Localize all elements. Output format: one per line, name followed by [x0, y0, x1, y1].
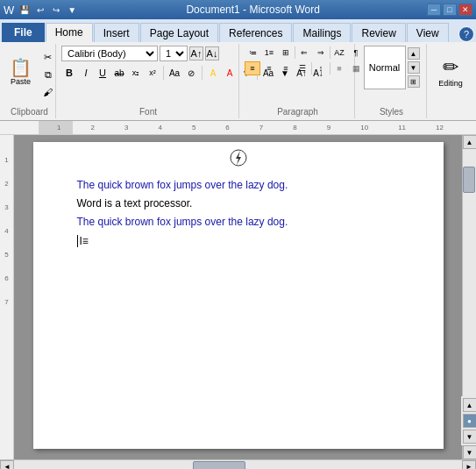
tab-insert[interactable]: Insert — [94, 23, 139, 42]
scroll-track[interactable] — [463, 149, 476, 396]
scroll-down-button[interactable]: ▼ — [463, 445, 477, 459]
paste-button[interactable]: 📋 Paste — [4, 46, 39, 98]
line-spacing-button[interactable]: ↕ — [313, 61, 329, 75]
tab-review[interactable]: Review — [352, 23, 405, 42]
h-scroll-track[interactable] — [14, 460, 462, 469]
para-div2 — [330, 46, 330, 59]
editing-button[interactable]: ✏ Editing — [429, 46, 472, 98]
tab-page-layout[interactable]: Page Layout — [140, 23, 218, 42]
editing-label: Editing — [438, 79, 463, 88]
save-icon[interactable]: 💾 — [18, 4, 32, 16]
word-logo-icon: W — [4, 4, 14, 17]
styles-up-button[interactable]: ▲ — [408, 47, 420, 60]
document-scroll[interactable]: The quick brown fox jumps over the lazy … — [14, 135, 462, 459]
font-group-content: Calibri (Body) 11 A↑ A↓ B I U ab x₂ x² A… — [61, 46, 235, 105]
align-right-button[interactable]: ≡ — [278, 61, 294, 75]
redo-icon[interactable]: ↪ — [49, 4, 63, 16]
font-name-select[interactable]: Calibri (Body) — [61, 46, 158, 61]
align-left-button[interactable]: ≡ — [245, 61, 260, 75]
styles-down-button[interactable]: ▼ — [408, 61, 420, 74]
clipboard-group: 📋 Paste ✂ ⧉ 🖌 Clipboard — [4, 44, 56, 118]
font-group-label: Font — [61, 105, 235, 117]
scroll-select-down-button[interactable]: ▼ — [463, 430, 477, 444]
para-div3 — [311, 62, 312, 75]
help-icon[interactable]: ? — [458, 26, 474, 42]
multilevel-button[interactable]: ⊞ — [278, 46, 294, 60]
h-scroll-thumb[interactable] — [193, 461, 245, 469]
divider1 — [163, 66, 164, 80]
clipboard-label: Clipboard — [7, 105, 52, 117]
copy-button[interactable]: ⧉ — [40, 67, 56, 82]
bullets-button[interactable]: ≔ — [245, 46, 260, 60]
italic-button[interactable]: I — [78, 65, 94, 81]
bold-button[interactable]: B — [61, 65, 77, 81]
ribbon: 📋 Paste ✂ ⧉ 🖌 Clipboard Calibri (Body) 1… — [0, 42, 476, 121]
justify-button[interactable]: ☰ — [295, 61, 310, 75]
text-cursor — [77, 235, 78, 247]
para-row1: ≔ 1≡ ⊞ ⇐ ⇒ AZ ¶ — [245, 46, 364, 60]
styles-group: Normal ▲ ▼ ⊞ Styles — [357, 44, 427, 118]
shading-button[interactable]: ■ — [331, 61, 347, 75]
ruler-track: 123456789101112 — [39, 121, 462, 134]
increase-indent-button[interactable]: ⇒ — [313, 46, 329, 60]
paste-icon: 📋 — [10, 59, 32, 76]
subscript-button[interactable]: x₂ — [128, 65, 144, 81]
close-button[interactable]: ✕ — [458, 4, 472, 16]
align-center-button[interactable]: ≡ — [261, 61, 277, 75]
undo-icon[interactable]: ↩ — [33, 4, 47, 16]
font-group: Calibri (Body) 11 A↑ A↓ B I U ab x₂ x² A… — [58, 44, 239, 118]
styles-group-label: Styles — [360, 105, 423, 117]
doc-line-2: Word is a text processor. — [77, 195, 400, 212]
highlight-button[interactable]: A — [205, 65, 221, 81]
page-content[interactable]: The quick brown fox jumps over the lazy … — [77, 177, 400, 250]
paragraph-group: ≔ 1≡ ⊞ ⇐ ⇒ AZ ¶ ≡ ≡ ≡ ☰ ↕ ■ ▦ ▼ — [241, 44, 355, 118]
normal-style-box[interactable]: Normal — [364, 46, 406, 89]
styles-inner: Normal ▲ ▼ ⊞ — [364, 46, 420, 89]
divider2 — [202, 66, 202, 80]
title-bar-title: Document1 - Microsoft Word — [79, 4, 427, 16]
clear-format-button[interactable]: ⊘ — [183, 65, 199, 81]
quick-access-toolbar: 💾 ↩ ↪ ▼ — [18, 4, 79, 16]
cut-button[interactable]: ✂ — [40, 49, 56, 65]
underline-button[interactable]: U — [95, 65, 110, 81]
maximize-button[interactable]: □ — [443, 4, 457, 16]
ribbon-tab-row: File Home Insert Page Layout References … — [0, 19, 476, 42]
editing-icon: ✏ — [443, 56, 458, 79]
document-area: 1234567 The quick brown fox jumps over t… — [0, 135, 476, 459]
file-tab[interactable]: File — [2, 23, 45, 42]
cursor-indicator: I≡ — [80, 233, 89, 250]
change-case-button[interactable]: Aa — [167, 65, 182, 81]
document-logo — [230, 149, 247, 167]
format-painter-button[interactable]: 🖌 — [40, 84, 56, 100]
styles-arrows: ▲ ▼ ⊞ — [408, 47, 420, 88]
scroll-up-button[interactable]: ▲ — [463, 135, 477, 149]
horizontal-scrollbar: ◄ ► — [0, 459, 476, 469]
tab-home[interactable]: Home — [46, 23, 93, 42]
qa-dropdown-icon[interactable]: ▼ — [65, 4, 79, 16]
left-ruler: 1234567 — [0, 135, 14, 459]
styles-more-button[interactable]: ⊞ — [408, 75, 420, 88]
grow-font-button[interactable]: A↑ — [189, 46, 203, 60]
editing-content: ✏ Editing — [429, 46, 472, 105]
tab-view[interactable]: View — [407, 23, 449, 42]
superscript-button[interactable]: x² — [145, 65, 160, 81]
scroll-left-button[interactable]: ◄ — [0, 460, 14, 470]
scroll-select-up-button[interactable]: ▲ — [463, 398, 477, 412]
left-ruler-numbers: 1234567 — [0, 139, 13, 323]
numbering-button[interactable]: 1≡ — [261, 46, 277, 60]
tab-references[interactable]: References — [219, 23, 292, 42]
decrease-indent-button[interactable]: ⇐ — [296, 46, 312, 60]
scroll-thumb[interactable] — [463, 167, 475, 193]
minimize-button[interactable]: ─ — [427, 4, 441, 16]
scroll-right-button[interactable]: ► — [462, 460, 476, 470]
shrink-font-button[interactable]: A↓ — [205, 46, 219, 60]
tab-mailings[interactable]: Mailings — [293, 23, 351, 42]
font-size-select[interactable]: 11 — [160, 46, 188, 61]
font-name-row: Calibri (Body) 11 A↑ A↓ — [61, 46, 219, 61]
paste-label: Paste — [11, 77, 31, 86]
sort-button[interactable]: AZ — [331, 46, 347, 60]
text-color-button[interactable]: A — [222, 65, 238, 81]
scroll-select-button[interactable]: ● — [463, 414, 477, 428]
strikethrough-button[interactable]: ab — [111, 65, 127, 81]
svg-marker-1 — [236, 151, 241, 165]
